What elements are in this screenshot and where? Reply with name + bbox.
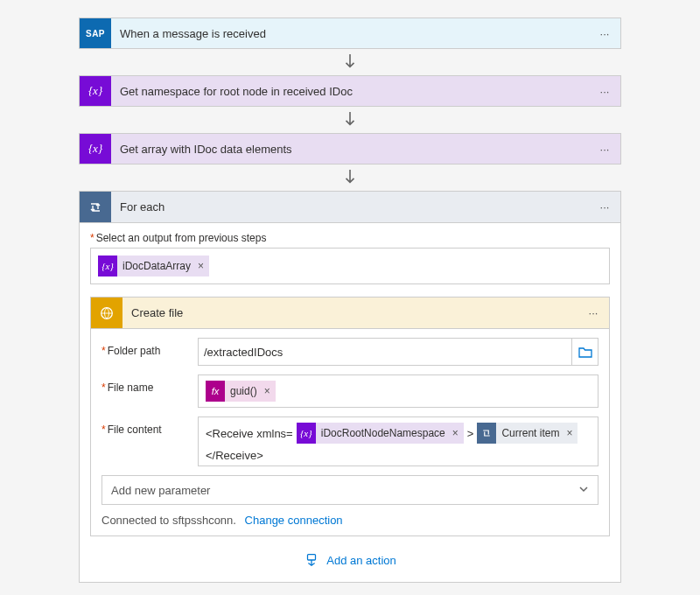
create-file-menu[interactable]: ··· xyxy=(578,298,609,328)
token-idocdataarray[interactable]: {x} iDocDataArray × xyxy=(98,256,209,276)
token-current-item[interactable]: Current item × xyxy=(477,423,578,444)
foreach-title: For each xyxy=(111,192,589,222)
token-remove[interactable]: × xyxy=(196,256,209,276)
svg-rect-1 xyxy=(308,555,316,560)
file-name-label: File name xyxy=(102,374,198,394)
token-remove[interactable]: × xyxy=(564,423,578,444)
trigger-menu[interactable]: ··· xyxy=(589,18,620,48)
variable-icon: {x} xyxy=(80,76,111,106)
token-namespace[interactable]: {x} iDocRootNodeNamespace × xyxy=(297,423,464,444)
variable-step-2[interactable]: {x} Get array with IDoc data elements ··… xyxy=(79,133,621,164)
trigger-title: When a message is received xyxy=(111,18,589,48)
variable-step-1[interactable]: {x} Get namespace for root node in recei… xyxy=(79,75,621,107)
folder-path-input[interactable]: /extractedIDocs xyxy=(198,338,572,366)
step1-title: Get namespace for root node in received … xyxy=(111,76,589,106)
fx-icon: fx xyxy=(206,381,225,402)
arrow-icon xyxy=(79,52,621,72)
file-content-label: File content xyxy=(102,416,198,436)
step1-menu[interactable]: ··· xyxy=(589,76,620,106)
add-action-button[interactable]: Add an action xyxy=(90,552,610,568)
add-parameter-dropdown[interactable]: Add new parameter xyxy=(102,475,598,505)
foreach-container: For each ··· Select an output from previ… xyxy=(79,191,621,583)
arrow-icon xyxy=(79,110,621,130)
token-remove[interactable]: × xyxy=(451,423,464,444)
variable-icon: {x} xyxy=(80,134,111,164)
trigger-card[interactable]: SAP When a message is received ··· xyxy=(79,18,621,49)
file-content-input[interactable]: <Receive xmlns= {x} iDocRootNodeNamespac… xyxy=(198,416,598,466)
arrow-icon xyxy=(79,168,621,187)
folder-path-label: Folder path xyxy=(102,338,198,357)
change-connection-link[interactable]: Change connection xyxy=(245,514,343,527)
create-file-card: Create file ··· Folder path /extractedID… xyxy=(90,297,610,536)
folder-picker-button[interactable] xyxy=(572,338,598,366)
sap-icon: SAP xyxy=(80,18,111,48)
foreach-header[interactable]: For each ··· xyxy=(80,192,620,223)
connection-info: Connected to sftpsshconn. Change connect… xyxy=(102,514,598,527)
create-file-title: Create file xyxy=(122,298,578,328)
file-name-input[interactable]: fx guid() × xyxy=(198,374,598,408)
foreach-output-input[interactable]: {x} iDocDataArray × xyxy=(90,248,610,284)
output-label: Select an output from previous steps xyxy=(90,232,610,244)
loop-icon xyxy=(80,192,111,222)
create-file-header[interactable]: Create file ··· xyxy=(91,298,609,329)
chevron-down-icon xyxy=(578,484,589,497)
sftp-icon xyxy=(91,298,122,328)
foreach-menu[interactable]: ··· xyxy=(589,192,620,222)
step2-title: Get array with IDoc data elements xyxy=(111,134,589,164)
variable-icon: {x} xyxy=(297,423,316,444)
step2-menu[interactable]: ··· xyxy=(589,134,620,164)
token-remove[interactable]: × xyxy=(262,381,276,402)
token-guid[interactable]: fx guid() × xyxy=(206,381,276,402)
add-action-icon xyxy=(304,552,319,568)
loop-icon xyxy=(477,423,496,444)
variable-icon: {x} xyxy=(98,256,117,276)
